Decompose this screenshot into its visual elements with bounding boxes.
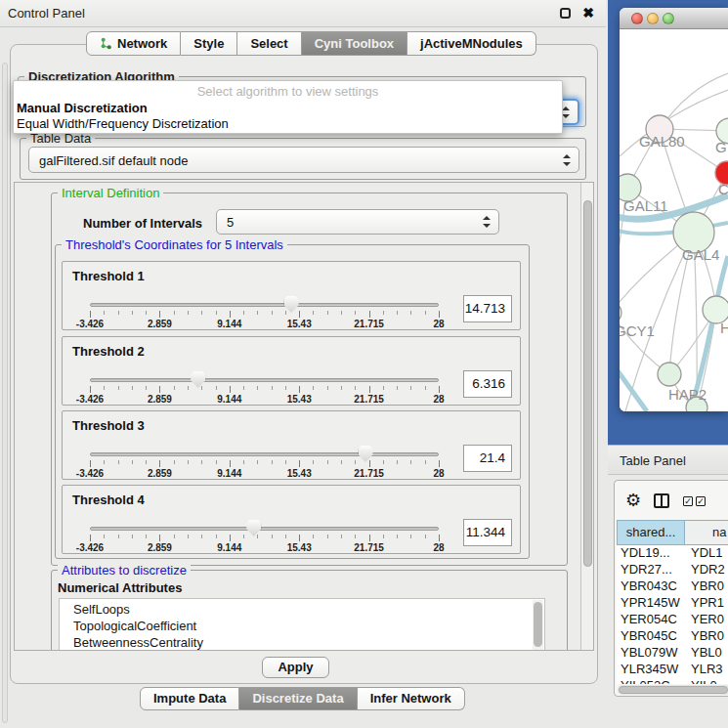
table-row[interactable]: YDL19...YDL1 [617, 545, 728, 562]
interval-definition-group: Interval Definition Number of Intervals … [51, 193, 568, 566]
tab-discretize-data[interactable]: Discretize Data [239, 687, 357, 710]
threshold-box: Threshold 3-3.4262.8599.14415.4321.71528… [62, 410, 521, 480]
slider-tick [272, 460, 273, 464]
slider-tick-label: 21.715 [354, 394, 384, 405]
attributes-list-scrollbar[interactable] [533, 600, 543, 651]
slider-thumb[interactable] [359, 446, 373, 462]
slider-tick [299, 311, 300, 318]
tab-style[interactable]: Style [181, 31, 237, 56]
close-icon[interactable]: ✖ [582, 5, 594, 21]
settings-vertical-scrollbar[interactable] [580, 183, 593, 650]
network-canvas[interactable]: GAL80 G C GAL11 GAL4 GCY1 H HAP2 [620, 29, 728, 411]
slider-tick [90, 460, 91, 467]
attribute-list-item[interactable]: BetweennessCentrality [60, 634, 544, 651]
slider-tick [313, 311, 314, 315]
left-scroll-strip[interactable] [2, 63, 8, 723]
slider-tick [118, 535, 119, 538]
dropdown-item-manual-discretization[interactable]: Manual Discretization [17, 101, 148, 115]
table-data-select[interactable]: galFiltered.sif default node [28, 147, 579, 173]
table-row[interactable]: YDR27...YDR2 [617, 562, 728, 578]
tab-select[interactable]: Select [237, 31, 301, 56]
cell-shared-name: YBL079W [617, 645, 687, 662]
numerical-attributes-list: SelfLoopsTopologicalCoefficientBetweenne… [59, 598, 545, 651]
table-row[interactable]: YIL052CYIL0 [617, 678, 728, 684]
slider-track[interactable] [90, 452, 439, 456]
slider-tick [313, 460, 314, 464]
slider-tick-label: 21.715 [354, 542, 384, 553]
float-window-icon[interactable] [560, 8, 571, 19]
slider-track[interactable] [90, 378, 439, 382]
slider-tick [243, 311, 244, 315]
slider-track[interactable] [90, 527, 439, 531]
column-header-name[interactable]: na [685, 520, 728, 545]
slider-tick [272, 535, 273, 538]
slider-tick [216, 386, 217, 390]
table-horizontal-scrollbar[interactable] [618, 685, 728, 695]
column-header-shared-name[interactable]: shared... [617, 520, 685, 545]
tab-infer-network[interactable]: Infer Network [358, 687, 465, 710]
slider-tick [341, 460, 342, 464]
threshold-value-field[interactable]: 11.344 [463, 519, 512, 546]
algorithm-dropdown-hint: Select algorithm to view settings [14, 84, 562, 99]
close-traffic-light-icon[interactable] [631, 13, 643, 24]
table-row[interactable]: YBR045CYBR0 [617, 628, 728, 645]
slider-tick [118, 386, 119, 390]
table-row[interactable]: YBR043CYBR0 [617, 578, 728, 595]
slider-tick [159, 386, 160, 393]
slider-tick [313, 386, 314, 390]
slider-tick-label: 28 [433, 319, 444, 329]
network-view-window[interactable]: GAL80 G C GAL11 GAL4 GCY1 H HAP2 [620, 8, 728, 411]
tab-impute-data[interactable]: Impute Data [140, 687, 239, 710]
slider-tick [272, 311, 273, 315]
slider-tick-label: 21.715 [354, 468, 384, 479]
tab-jactivemnodules[interactable]: jActiveMNodules [407, 31, 536, 56]
node-label-hap2: HAP2 [668, 386, 707, 403]
slider-tick-label: -3.426 [76, 394, 104, 405]
minimize-traffic-light-icon[interactable] [647, 13, 659, 24]
attribute-list-item[interactable]: SelfLoops [60, 601, 544, 618]
node-hap2[interactable] [658, 363, 681, 386]
tab-jactivemnodules-label: jActiveMNodules [420, 32, 523, 55]
column-layout-icon[interactable] [654, 493, 669, 508]
gear-icon[interactable]: ⚙ [625, 490, 641, 511]
tab-cyni-toolbox[interactable]: Cyni Toolbox [302, 31, 407, 56]
tab-network[interactable]: Network [86, 31, 181, 56]
node-gcy1[interactable] [620, 302, 621, 323]
slider-tick [341, 386, 342, 390]
network-window-titlebar[interactable] [620, 8, 728, 29]
zoom-traffic-light-icon[interactable] [663, 13, 674, 24]
slider-tick [397, 386, 398, 390]
threshold-value-field[interactable]: 21.4 [463, 445, 512, 472]
slider-tick-label: 28 [433, 542, 444, 553]
attribute-list-item[interactable]: TopologicalCoefficient [60, 618, 544, 634]
threshold-value-field[interactable]: 6.316 [463, 370, 512, 398]
number-of-intervals-select[interactable]: 5 [216, 209, 499, 235]
table-row[interactable]: YPR145WYPR1 [617, 595, 728, 612]
table-row[interactable]: YBL079WYBL0 [617, 645, 728, 662]
checkbox-icon[interactable]: ✓ [696, 496, 706, 506]
cell-shared-name: YER054C [617, 612, 687, 628]
slider-track[interactable] [90, 303, 439, 307]
slider-tick [397, 311, 398, 315]
slider-tick-label: 28 [433, 394, 444, 405]
slider-thumb[interactable] [246, 520, 261, 536]
slider-tick [90, 386, 91, 393]
threshold-label: Threshold 1 [72, 269, 145, 283]
tab-style-label: Style [193, 32, 224, 55]
slider-tick-label: 9.144 [217, 468, 241, 479]
table-row[interactable]: YER054CYER0 [617, 612, 728, 628]
slider-tick-label: -3.426 [76, 468, 104, 479]
slider-thumb[interactable] [191, 371, 205, 388]
threshold-value-field[interactable]: 14.713 [463, 295, 512, 322]
apply-button[interactable]: Apply [262, 657, 329, 678]
slider-tick [425, 386, 426, 390]
slider-tick [230, 460, 231, 467]
dropdown-item-equal-width[interactable]: Equal Width/Frequency Discretization [17, 116, 229, 131]
slider-tick [355, 311, 356, 315]
cell-shared-name: YIL052C [617, 678, 687, 684]
slider-tick [257, 535, 258, 538]
checkbox-icon[interactable]: ✓ [683, 496, 693, 506]
table-row[interactable]: YLR345WYLR3 [617, 662, 728, 678]
cell-name: YBR0 [687, 628, 728, 645]
slider-tick [383, 460, 384, 464]
